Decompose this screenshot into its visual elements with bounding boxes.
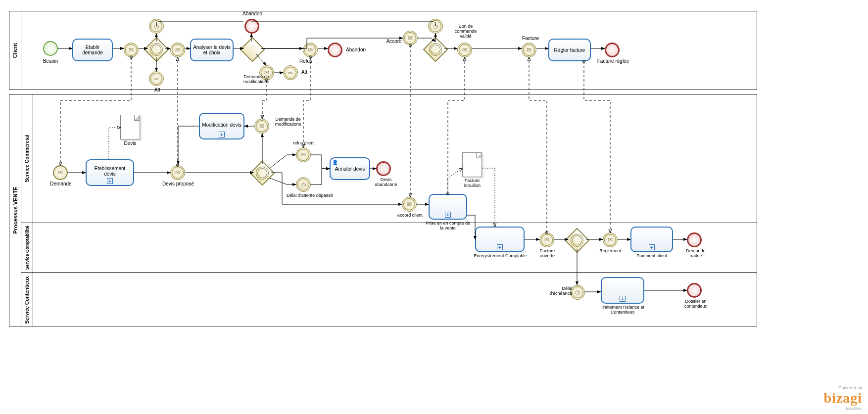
event-facture-reglee bbox=[605, 43, 620, 57]
subprocess-marker-icon: + bbox=[107, 178, 113, 184]
event-msg-devis-recv: ✉ bbox=[170, 43, 185, 57]
pool-client-text: Client bbox=[12, 43, 18, 58]
label-facture-reglee: Facture réglée bbox=[596, 58, 630, 64]
pool-vente-text: Processus VENTE bbox=[12, 186, 18, 233]
doc-facture-brouillon bbox=[462, 152, 482, 177]
envelope-icon: ✉ bbox=[259, 123, 264, 130]
event-devis-propose: ✉ bbox=[170, 165, 185, 180]
label-demande-traitee: Demande traitée bbox=[682, 248, 710, 258]
event-dossier-contentieux bbox=[687, 283, 702, 298]
clock-icon: ◷ bbox=[433, 23, 438, 30]
lane-commercial-text: Service Commercial bbox=[24, 135, 30, 183]
envelope-icon: ✉ bbox=[407, 201, 412, 208]
label-besoin: Besoin bbox=[41, 58, 60, 64]
event-refus-client: ✉ bbox=[296, 147, 311, 162]
event-msg-client1: ✉ bbox=[124, 43, 139, 57]
lane-contentieux-text: Service Contentieux bbox=[24, 276, 30, 323]
clock-icon: ◷ bbox=[301, 181, 306, 188]
label-demande-modif-client: Demande de modifications bbox=[239, 74, 274, 84]
label-traitement-relance: Traitement Relance et Contentieux bbox=[594, 305, 651, 315]
event-refus: ✉ bbox=[303, 43, 318, 57]
label-abandon2: Abandon bbox=[343, 47, 368, 52]
pool-client: Client bbox=[9, 11, 757, 90]
event-bon-commande: ✉ bbox=[457, 43, 472, 57]
task-paiement-client: + bbox=[630, 227, 673, 252]
label-att1: Att bbox=[152, 87, 162, 92]
task-enreg-compta: + bbox=[475, 227, 525, 252]
label-abandon-top: Abandon bbox=[239, 11, 266, 16]
envelope-icon: ✉ bbox=[527, 46, 531, 53]
lane-commercial-label: Service Commercial bbox=[21, 94, 33, 223]
envelope-icon: ✉ bbox=[608, 236, 613, 243]
lane-contentieux: Service Contentieux bbox=[21, 273, 757, 327]
subprocess-marker-icon: + bbox=[649, 244, 655, 250]
event-accord-client: ✉ bbox=[402, 197, 417, 212]
event-demande-modif-sc: ✉ bbox=[254, 119, 269, 134]
label-facture-ouverte: Facture ouverte bbox=[533, 248, 561, 258]
label-devis-abandonne: Devis abandonné bbox=[370, 177, 402, 187]
task-annuler-devis: Annuler devis👤 bbox=[330, 157, 370, 180]
doc-devis bbox=[120, 115, 140, 139]
clock-icon: ◷ bbox=[575, 289, 580, 296]
event-devis-abandonne bbox=[376, 161, 391, 176]
envelope-icon: ✉ bbox=[408, 35, 413, 42]
task-etablissement-devis: Etablissement devis+ bbox=[86, 159, 134, 186]
envelope-icon: ✉ bbox=[175, 169, 180, 176]
envelope-icon: ✉ bbox=[308, 46, 313, 53]
event-timer-client1: ◷ bbox=[149, 19, 164, 34]
label-reglement: Réglement bbox=[596, 248, 625, 253]
label-accord: Accord bbox=[384, 39, 404, 44]
task-annuler-devis-text: Annuler devis bbox=[335, 166, 365, 172]
task-analyser-devis-text: Analyser le devis et choix bbox=[193, 45, 231, 55]
event-timer-client2: ◷ bbox=[428, 19, 443, 34]
subprocess-marker-icon: + bbox=[497, 244, 503, 250]
lane-contentieux-label: Service Contentieux bbox=[21, 273, 33, 327]
subprocess-marker-icon: + bbox=[445, 212, 451, 218]
event-abandon2 bbox=[328, 43, 342, 57]
subprocess-marker-icon: + bbox=[620, 296, 626, 302]
pool-vente-label: Processus VENTE bbox=[9, 94, 21, 326]
event-link-att1: ⇨ bbox=[149, 71, 164, 86]
envelope-icon: ✉ bbox=[175, 46, 180, 53]
task-etablir-demande-text: Etablir demande bbox=[75, 45, 110, 55]
event-delai-attente: ◷ bbox=[296, 177, 311, 192]
event-besoin bbox=[43, 41, 58, 56]
label-paiement-client: Paiement client bbox=[628, 253, 675, 258]
watermark-powered: Powered by bbox=[823, 385, 862, 390]
label-bon-commande: Bon de commande validé bbox=[449, 24, 482, 39]
event-accord: ✉ bbox=[403, 31, 418, 46]
label-demande: Demande bbox=[48, 181, 74, 186]
task-modif-devis: Modification devis+ bbox=[199, 113, 244, 139]
event-demande-start: ✉ bbox=[53, 165, 68, 180]
lane-commercial: Service Commercial bbox=[21, 94, 757, 223]
link-arrow-icon: ⇨ bbox=[154, 75, 159, 82]
label-facture-brouillon: Facture brouillon bbox=[456, 178, 488, 188]
label-accord-client: Accord client bbox=[392, 213, 428, 218]
label-prise-compte: Prise en en compte de la vente bbox=[424, 221, 472, 230]
envelope-icon: ✉ bbox=[129, 46, 134, 53]
link-arrow-icon: ⇨ bbox=[288, 69, 293, 76]
watermark-logo: bizagi bbox=[823, 390, 862, 406]
envelope-icon: ✉ bbox=[301, 151, 306, 158]
label-refus: Refus bbox=[297, 58, 315, 64]
label-demande-modif-sc: Demande de modifications bbox=[270, 117, 306, 127]
label-enreg-compta: Enregistrement Comptable bbox=[469, 253, 531, 258]
task-etablir-demande: Etablir demande bbox=[72, 39, 113, 61]
task-traitement-relance: + bbox=[601, 277, 644, 304]
task-etablissement-devis-text: Etablissement devis bbox=[89, 166, 131, 177]
clock-icon: ◷ bbox=[154, 23, 159, 30]
task-prise-compte: + bbox=[429, 194, 467, 220]
label-delai-attente: Délai d'attente dépassé bbox=[280, 193, 339, 198]
watermark-sub: Modeler bbox=[823, 406, 862, 411]
user-task-icon: 👤 bbox=[332, 160, 338, 166]
label-devis: Devis bbox=[121, 140, 140, 146]
event-link-att2: ⇨ bbox=[283, 65, 298, 80]
envelope-icon: ✉ bbox=[58, 169, 63, 176]
pool-client-label: Client bbox=[9, 11, 21, 90]
label-dossier-contentieux: Dossier en contentieux bbox=[680, 299, 712, 309]
subprocess-marker-icon: + bbox=[219, 132, 225, 138]
label-delai-echeance: Délai d'échéance bbox=[544, 286, 572, 296]
task-analyser-devis: Analyser le devis et choix bbox=[190, 39, 234, 61]
event-facture-ouverte: ✉ bbox=[539, 232, 554, 247]
event-demande-traitee bbox=[687, 232, 702, 247]
